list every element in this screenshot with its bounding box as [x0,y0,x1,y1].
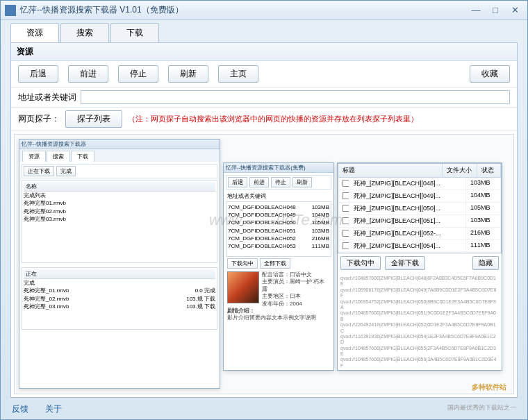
mini-titlebar-mid[interactable]: 忆萍--快播资源搜索下载器(免费) [224,163,333,173]
probe-list-button[interactable]: 探子列表 [65,110,122,128]
info-plot-label: 剧情介绍： [227,308,330,314]
col-size[interactable]: 文件大小 [443,164,477,177]
list-item[interactable]: 死神完整03.rmvb [24,215,215,223]
list-item[interactable]: 死神完整_03.rmvb [24,303,69,310]
home-button[interactable]: 主页 [218,65,258,83]
probe-label: 网页探子： [18,113,60,125]
resource-link: qvod://104857600|ZMPIG|BLEACH|048|6F2A8B… [340,276,499,287]
mini-tab[interactable]: 下载 [71,151,94,162]
probe-row: 网页探子： 探子列表 （注：网页探子自动搜索出该浏览器中的网页的快播的资源并存放… [11,108,517,131]
app-icon [5,5,16,16]
browser-toolbar: 后退 前进 停止 刷新 主页 收藏 [11,61,517,87]
mini-btn[interactable]: 前进 [249,177,269,187]
mini-tabs-left: 资源 搜索 下载 [19,149,220,162]
list-item[interactable]: 7CM_DGFIDOBLEACH052216MB [228,235,329,242]
forward-button[interactable]: 前进 [68,65,108,83]
resource-link: qvod://105906176|ZMPIG|BLEACH|049|7A8B9C… [340,287,499,299]
resource-link: qvod://104857600|ZMPIG|BLEACH|056|3A4B5C… [340,357,499,369]
table-row[interactable]: 死神_[ZMPIG][BLEACH][051]...103MB [338,215,501,228]
window-title: 忆萍--快播资源搜索下载器 V1.01（免费版） [20,4,468,16]
mini-btn[interactable]: 完成 [56,166,76,176]
mini-btn[interactable]: 下载勾中 [227,258,258,269]
mini-btn[interactable]: 刷新 [292,177,312,187]
close-icon[interactable]: ✕ [506,4,523,17]
table-row[interactable]: 死神_[ZMPIG][BLEACH][050]...105MB [338,203,501,215]
resource-link: qvod://106954752|ZMPIG|BLEACH|050|8B9C0D… [340,299,499,311]
table-row[interactable]: 死神_[ZMPIG][BLEACH][054]...111MB [338,240,501,253]
titlebar[interactable]: 忆萍--快播资源搜索下载器 V1.01（免费版） — □ ✕ [1,1,527,20]
table-header: 标题 文件大小 状态 [338,164,501,178]
list-item[interactable]: 7CM_DGFIDOBLEACH048103MB [228,203,329,211]
mini-tab[interactable]: 资源 [22,151,46,162]
list-item[interactable]: 7CM_DGFIDOBLEACH053111MB [228,242,329,250]
section-title: 资源 [11,43,517,61]
stop-button[interactable]: 停止 [118,65,158,83]
table-row[interactable]: 死神_[ZMPIG][BLEACH][049]...104MB [338,190,501,203]
minimize-icon[interactable]: — [468,4,484,17]
content-area: 资源 后退 前进 停止 刷新 主页 收藏 地址或者关键词 网页探子： 探子列表 … [10,42,518,398]
download-table: 标题 文件大小 状态 死神_[ZMPIG][BLEACH][048]...103… [338,163,502,253]
download-actions: 下载勾中 全部下载 隐藏 [338,253,502,273]
checkbox[interactable] [343,180,349,187]
list-item[interactable]: 7CM_DGFIDOBLEACH050105MB [228,219,329,226]
back-button[interactable]: 后退 [18,65,58,83]
duote-logo: 多特软件站 [472,383,506,392]
col-status[interactable]: 状态 [477,164,501,177]
mini-btn[interactable]: 正在下载 [24,166,54,176]
thumbnail-image [227,271,259,303]
resource-link: qvod://226492416|ZMPIG|BLEACH|052|0D1E2F… [340,322,499,334]
list-item[interactable]: 死神完整_01.rmvb [24,287,69,294]
main-tabs: 资源 搜索 下载 [1,20,527,42]
checkbox[interactable] [343,230,349,237]
col-title[interactable]: 标题 [338,164,443,177]
mini-tab[interactable]: 搜索 [47,151,70,162]
about-link[interactable]: 关于 [45,403,62,415]
list-item[interactable]: 完成 [24,279,215,287]
address-label: 地址或者关键词 [18,92,76,103]
download-checked-button[interactable]: 下载勾中 [340,256,381,270]
checkbox[interactable] [343,192,349,199]
info-plot: 影片介绍简要内容文本示例文字说明 [227,314,330,321]
main-window: 忆萍--快播资源搜索下载器 V1.01（免费版） — □ ✕ 资源 搜索 下载 … [0,0,528,420]
mini-body-left: 正在下载 完成 名称 完成列表 死神完整01.rmvb 死神完整02.rmvb … [19,162,220,388]
address-row: 地址或者关键词 [11,87,517,108]
download-panel: 标题 文件大小 状态 死神_[ZMPIG][BLEACH][048]...103… [337,162,502,371]
checkbox[interactable] [343,205,349,212]
list-item[interactable]: 死神完整01.rmvb [24,199,215,207]
mini-btn[interactable]: 全部下载 [260,258,290,269]
mini-btn[interactable]: 停止 [271,177,290,187]
list-item[interactable]: 完成列表 [24,192,215,199]
window-controls: — □ ✕ [468,4,523,17]
address-input[interactable] [81,90,510,104]
links-area: qvod://104857600|ZMPIG|BLEACH|048|6F2A8B… [338,273,502,370]
feedback-link[interactable]: 反馈 [12,403,28,415]
hide-button[interactable]: 隐藏 [472,256,499,270]
tab-search[interactable]: 搜索 [60,23,109,42]
footer: 反馈 关于 国内最优秀的下载站之一 [1,401,527,419]
footer-tagline: 国内最优秀的下载站之一 [447,403,516,415]
mini-window-middle: 忆萍--快播资源搜索下载器(免费) 后退 前进 停止 刷新 地址或者关键词 7C… [223,162,334,371]
tab-resource[interactable]: 资源 [10,23,59,42]
maximize-icon[interactable]: □ [487,4,504,17]
list-item[interactable]: 死神完整02.rmvb [24,208,215,215]
mini-window-left: 忆萍--快播资源搜索下载器 资源 搜索 下载 正在下载 完成 名称 完成列表 死… [19,139,220,389]
favorites-button[interactable]: 收藏 [470,65,510,83]
checkbox[interactable] [343,242,349,249]
list-header: 名称 [24,182,215,192]
mini-titlebar-left[interactable]: 忆萍--快播资源搜索下载器 [19,140,220,149]
browser-viewport: www.——uoTe.com 忆萍--快播资源搜索下载器 资源 搜索 下载 正在… [14,134,514,394]
resource-link: qvod://116391936|ZMPIG|BLEACH|054|1E2F3A… [340,334,499,346]
list-item[interactable]: 死神完整_02.rmvb [24,295,69,303]
table-row[interactable]: 死神_[ZMPIG][BLEACH][048]...103MB [338,178,501,190]
resource-link: qvod://104857600|ZMPIG|BLEACH|055|2F3A4B… [340,346,499,358]
checkbox[interactable] [343,217,349,224]
tab-download[interactable]: 下载 [110,23,159,42]
refresh-button[interactable]: 刷新 [168,65,208,83]
list-item[interactable]: 7CM_DGFIDOBLEACH051103MB [228,227,329,235]
list-item[interactable]: 7CM_DGFIDOBLEACH049104MB [228,211,329,219]
field-label: 地址或者关键词 [226,191,331,201]
download-all-button[interactable]: 全部下载 [385,256,425,270]
mini-btn[interactable]: 后退 [228,177,247,187]
table-row[interactable]: 死神_[ZMPIG][BLEACH][052-...216MB [338,228,501,240]
probe-note: （注：网页探子自动搜索出该浏览器中的网页的快播的资源并存放在列表探子列表里） [128,114,418,124]
